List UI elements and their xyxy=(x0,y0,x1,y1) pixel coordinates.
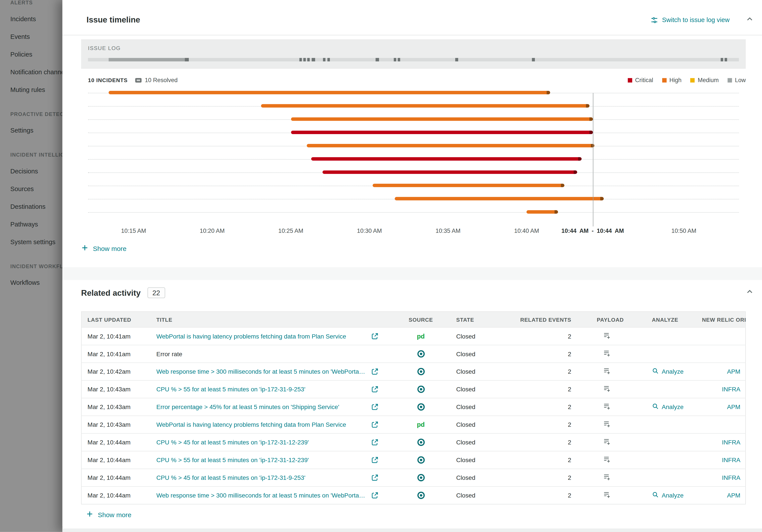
issue-title-link[interactable]: CPU % > 45 for at least 5 minutes on 'ip… xyxy=(156,439,309,445)
incident-bar-4-critical[interactable] xyxy=(291,131,593,134)
related-events-count: 2 xyxy=(503,404,577,410)
issue-title-link[interactable]: Web response time > 300 milliseconds for… xyxy=(156,492,366,499)
origin-link-infra[interactable]: INFRA xyxy=(722,386,740,393)
analyze-label: Analyze xyxy=(662,368,684,375)
external-link-icon[interactable] xyxy=(371,492,379,499)
origin-link-infra[interactable]: INFRA xyxy=(722,456,740,463)
related-events-count: 2 xyxy=(503,351,577,357)
time-cursor-line[interactable] xyxy=(593,93,593,227)
collapse-issue-timeline-button[interactable] xyxy=(744,14,755,25)
state-cell: Closed xyxy=(450,439,503,445)
sidebar-item-policies[interactable]: Policies xyxy=(0,45,62,63)
incident-bar-1-high[interactable] xyxy=(109,91,550,94)
issue-log-marker xyxy=(721,58,723,61)
sidebar-item-settings[interactable]: Settings xyxy=(0,121,62,139)
incident-bar-6-critical[interactable] xyxy=(311,157,582,161)
table-row: Mar 2, 10:44amCPU % > 45 for at least 5 … xyxy=(82,433,745,451)
related-activity-show-more-button[interactable]: Show more xyxy=(86,510,131,519)
issue-title-link[interactable]: WebPortal is having latency problems fet… xyxy=(156,333,346,340)
incident-bar-9-high[interactable] xyxy=(395,197,604,200)
incident-bar-3-high[interactable] xyxy=(291,117,593,121)
table-row: Mar 2, 10:42amWeb response time > 300 mi… xyxy=(82,363,745,380)
analyze-label: Analyze xyxy=(662,492,684,499)
payload-icon-button[interactable] xyxy=(603,491,611,499)
external-link-icon[interactable] xyxy=(371,456,379,464)
issue-title-link[interactable]: CPU % > 45 for at least 5 minutes on 'ip… xyxy=(156,474,305,481)
payload-icon-button[interactable] xyxy=(603,437,611,446)
external-link-icon[interactable] xyxy=(371,368,379,375)
incident-bar-5-high[interactable] xyxy=(306,144,594,147)
external-link-icon[interactable] xyxy=(371,438,379,446)
sidebar-item-decisions[interactable]: Decisions xyxy=(0,162,62,180)
sidebar-item-workflows[interactable]: Workflows xyxy=(0,274,62,291)
payload-cell xyxy=(577,402,632,412)
table-header-row: LAST UPDATEDTITLESOURCESTATERELATED EVEN… xyxy=(82,312,745,327)
origin-link-apm[interactable]: APM xyxy=(727,368,740,375)
incident-bar-8-high[interactable] xyxy=(372,184,564,187)
payload-icon-button[interactable] xyxy=(603,384,611,393)
source-cell xyxy=(391,403,450,411)
collapse-related-activity-button[interactable] xyxy=(744,288,755,298)
resolved-end-cap xyxy=(589,131,593,134)
title-cell: WebPortal is having latency problems fet… xyxy=(150,421,391,428)
incident-bar-10-high[interactable] xyxy=(527,210,558,214)
external-link-icon[interactable] xyxy=(371,474,379,481)
issue-timeline-header: Issue timeline Switch to issue log view xyxy=(62,0,762,35)
payload-icon-button[interactable] xyxy=(603,473,611,481)
payload-icon-button[interactable] xyxy=(603,349,611,357)
issue-title-link[interactable]: Error percentage > 45% for at least 5 mi… xyxy=(156,404,339,410)
timeline-show-more-label: Show more xyxy=(93,245,126,252)
last-updated-cell: Mar 2, 10:44am xyxy=(82,492,150,499)
legend-item-critical: Critical xyxy=(628,77,653,84)
source-cell xyxy=(391,456,450,464)
title-cell: CPU % > 55 for at least 5 minutes on 'ip… xyxy=(150,385,391,393)
payload-icon-button[interactable] xyxy=(603,455,611,463)
incident-bar-7-critical[interactable] xyxy=(322,170,577,174)
switch-to-issue-log-link[interactable]: Switch to issue log view xyxy=(650,16,730,24)
sidebar-item-system-settings[interactable]: System settings xyxy=(0,233,62,250)
state-cell: Closed xyxy=(450,333,503,340)
external-link-icon[interactable] xyxy=(371,403,379,411)
analyze-link[interactable]: Analyze xyxy=(652,491,684,499)
origin-link-infra[interactable]: INFRA xyxy=(722,439,740,445)
payload-icon-button[interactable] xyxy=(603,402,611,410)
sidebar-item-events[interactable]: Events xyxy=(0,28,62,45)
payload-icon-button[interactable] xyxy=(603,331,611,340)
sidebar-item-muting-rules[interactable]: Muting rules xyxy=(0,81,62,98)
origin-link-apm[interactable]: APM xyxy=(727,404,740,410)
issue-log-track[interactable] xyxy=(88,58,739,61)
table-row: Mar 2, 10:43amCPU % > 55 for at least 5 … xyxy=(82,380,745,398)
sidebar-item-sources[interactable]: Sources xyxy=(0,180,62,197)
analyze-link[interactable]: Analyze xyxy=(652,367,684,376)
sidebar-item-notification-channels[interactable]: Notification channels xyxy=(0,63,62,81)
search-icon xyxy=(652,403,658,411)
sidebar-section-header-proactive-detection: PROACTIVE DETECTION xyxy=(0,106,62,121)
issue-title-link[interactable]: CPU % > 55 for at least 5 minutes on 'ip… xyxy=(156,456,309,463)
origin-link-apm[interactable]: APM xyxy=(727,492,740,499)
origin-cell: INFRA xyxy=(696,456,746,463)
issue-log-marker xyxy=(455,58,458,61)
issue-title-link[interactable]: WebPortal is having latency problems fet… xyxy=(156,421,346,428)
sidebar-item-destinations[interactable]: Destinations xyxy=(0,197,62,215)
time-axis: 10:15 AM10:20 AM10:25 AM10:30 AM10:35 AM… xyxy=(88,219,739,236)
title-cell: WebPortal is having latency problems fet… xyxy=(150,333,391,340)
payload-icon-button[interactable] xyxy=(603,420,611,428)
external-link-icon[interactable] xyxy=(371,385,379,393)
incident-bar-2-high[interactable] xyxy=(261,104,589,108)
sidebar-item-pathways[interactable]: Pathways xyxy=(0,215,62,233)
issue-title-link[interactable]: Web response time > 300 milliseconds for… xyxy=(156,368,366,375)
state-cell: Closed xyxy=(450,492,503,499)
chevron-up-icon xyxy=(746,15,754,25)
external-link-icon[interactable] xyxy=(371,421,379,428)
timeline-show-more-button[interactable]: Show more xyxy=(81,244,126,253)
issue-title-link[interactable]: CPU % > 55 for at least 5 minutes on 'ip… xyxy=(156,386,305,393)
analyze-link[interactable]: Analyze xyxy=(652,403,684,411)
sidebar-item-incidents[interactable]: Incidents xyxy=(0,10,62,28)
origin-link-infra[interactable]: INFRA xyxy=(722,474,740,481)
resolved-end-cap xyxy=(573,170,577,174)
source-newrelic-icon xyxy=(417,456,424,464)
external-link-icon[interactable] xyxy=(371,333,379,340)
related-events-count: 2 xyxy=(503,439,577,445)
related-events-count: 2 xyxy=(503,386,577,393)
payload-icon-button[interactable] xyxy=(603,367,611,375)
